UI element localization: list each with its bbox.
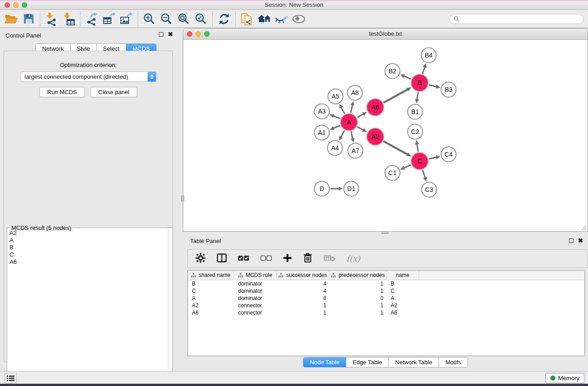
- graph-node-D[interactable]: D: [315, 181, 330, 196]
- zoom-selected-icon[interactable]: [192, 11, 210, 27]
- column-header-predecessor-nodes[interactable]: predecessor nodes: [330, 271, 387, 280]
- column-header-shared-name[interactable]: shared name: [188, 271, 234, 280]
- zoom-network-button[interactable]: [204, 31, 210, 37]
- graph-edge-C-C2[interactable]: [417, 144, 418, 152]
- zoom-in-icon[interactable]: [141, 11, 158, 27]
- create-column-icon[interactable]: [283, 253, 292, 264]
- zoom-window-button[interactable]: [22, 2, 27, 8]
- hide-graphics-details-icon[interactable]: [273, 11, 290, 27]
- tab-network-table[interactable]: Network Table: [388, 357, 439, 367]
- graph-node-A6[interactable]: A6: [367, 99, 384, 116]
- mcds-result-item[interactable]: C: [8, 251, 167, 258]
- graph-edge-C-C4[interactable]: [429, 157, 436, 159]
- graph-edge-B-B4[interactable]: [423, 67, 425, 74]
- tab-edge-table[interactable]: Edge Table: [346, 357, 388, 367]
- open-in-ndex-icon[interactable]: [256, 11, 273, 27]
- deselect-all-rows-icon[interactable]: [260, 255, 272, 263]
- table-row[interactable]: Cdominator41C: [188, 287, 584, 295]
- graph-edge-B-B3[interactable]: [429, 85, 436, 87]
- import-network-icon[interactable]: [43, 11, 60, 27]
- zoom-fit-icon[interactable]: [175, 11, 192, 27]
- open-session-icon[interactable]: [3, 11, 20, 27]
- graph-node-A[interactable]: A: [340, 114, 358, 131]
- network-canvas[interactable]: B4B2BB3B1A5A8A6A3AA1A4A7A2C2CC4C1C3DD1: [183, 40, 588, 231]
- refresh-network-icon[interactable]: [215, 11, 233, 27]
- run-mcds-button[interactable]: Run MCDS: [39, 87, 85, 97]
- resize-grip-icon[interactable]: [580, 224, 587, 230]
- duplicate-network-icon[interactable]: [239, 11, 256, 27]
- show-columns-icon[interactable]: [217, 253, 227, 264]
- minimize-window-button[interactable]: [13, 2, 19, 8]
- graph-node-D1[interactable]: D1: [344, 181, 359, 196]
- column-header-MCDS-role[interactable]: MCDS role: [234, 271, 277, 280]
- graph-edge-A-A1[interactable]: [334, 126, 340, 129]
- graph-edge-A-A8[interactable]: [351, 105, 352, 113]
- float-panel-icon[interactable]: [159, 32, 163, 37]
- mcds-result-scrollbar[interactable]: [168, 229, 172, 381]
- graph-node-A4[interactable]: A4: [328, 141, 343, 156]
- export-table-icon[interactable]: [100, 11, 118, 27]
- vertical-divider-handle[interactable]: [181, 195, 184, 201]
- graph-node-C4[interactable]: C4: [441, 147, 456, 162]
- criterion-dropdown[interactable]: largest connected component (directed): [20, 71, 157, 82]
- graph-node-A3[interactable]: A3: [315, 104, 330, 119]
- graph-edge-C-C3[interactable]: [423, 170, 425, 178]
- graph-node-B4[interactable]: B4: [421, 48, 436, 63]
- graph-edge-A-A2[interactable]: [357, 127, 363, 130]
- zoom-out-icon[interactable]: [158, 11, 175, 27]
- column-header-name[interactable]: name: [387, 271, 419, 280]
- import-table-icon[interactable]: [60, 11, 77, 27]
- graph-node-A7[interactable]: A7: [348, 143, 363, 158]
- mcds-result-item[interactable]: A: [8, 237, 167, 244]
- column-header-successor-nodes[interactable]: successor nodes: [277, 271, 330, 280]
- automation-panel-button[interactable]: [5, 373, 17, 383]
- graph-edge-A-A4[interactable]: [341, 130, 344, 137]
- table-settings-icon[interactable]: [195, 253, 206, 265]
- table-row[interactable]: Bdominator41B: [188, 280, 584, 287]
- search-input[interactable]: [462, 15, 579, 22]
- graph-node-B[interactable]: B: [411, 74, 428, 91]
- graph-node-C[interactable]: C: [411, 152, 428, 170]
- delete-columns-icon[interactable]: [303, 253, 313, 265]
- mcds-result-list[interactable]: A2ABCA6: [8, 229, 167, 381]
- save-session-icon[interactable]: [20, 11, 37, 27]
- graph-edge-A2-C[interactable]: [383, 141, 407, 154]
- graph-edge-A-A6[interactable]: [357, 114, 363, 118]
- float-table-panel-icon[interactable]: [569, 238, 574, 243]
- table-row[interactable]: A6connector11A6: [188, 309, 584, 316]
- graph-edge-C-C1[interactable]: [404, 165, 411, 168]
- network-window-titlebar[interactable]: testGlobe.txt: [183, 29, 588, 40]
- graph-edge-A-A3[interactable]: [334, 116, 340, 119]
- select-all-rows-icon[interactable]: [238, 255, 249, 263]
- show-graphics-details-icon[interactable]: [290, 11, 307, 27]
- graph-node-C2[interactable]: C2: [408, 124, 423, 139]
- graph-node-A5[interactable]: A5: [328, 89, 343, 104]
- graph-edge-B-B1[interactable]: [417, 92, 418, 100]
- graph-node-C1[interactable]: C1: [385, 166, 400, 181]
- graph-edge-B-B2[interactable]: [404, 76, 411, 79]
- close-window-button[interactable]: [5, 2, 10, 8]
- tab-node-table[interactable]: Node Table: [303, 357, 346, 367]
- close-panel-icon[interactable]: ✖: [168, 32, 173, 37]
- search-box[interactable]: [449, 14, 583, 24]
- table-row[interactable]: A2connector11A2: [188, 302, 584, 309]
- graph-edge-A-A7[interactable]: [351, 131, 353, 138]
- close-panel-button[interactable]: Close panel: [91, 87, 137, 97]
- mcds-result-item[interactable]: A6: [8, 258, 167, 266]
- graph-node-A8[interactable]: A8: [348, 86, 363, 100]
- graph-node-C3[interactable]: C3: [422, 182, 437, 197]
- graph-node-A2[interactable]: A2: [367, 128, 384, 145]
- graph-edge-A6-B[interactable]: [383, 89, 407, 102]
- mcds-result-item[interactable]: A2: [8, 229, 167, 237]
- graph-node-B2[interactable]: B2: [385, 64, 400, 79]
- table-row[interactable]: Adominator80A: [188, 295, 584, 302]
- close-table-panel-icon[interactable]: ✖: [578, 238, 583, 243]
- graph-node-B3[interactable]: B3: [441, 82, 456, 97]
- graph-node-A1[interactable]: A1: [315, 125, 330, 140]
- close-network-button[interactable]: [187, 31, 192, 37]
- export-network-icon[interactable]: [83, 11, 100, 27]
- graph-node-B1[interactable]: B1: [408, 105, 423, 119]
- minimize-network-button[interactable]: [196, 31, 201, 37]
- mcds-result-item[interactable]: B: [8, 244, 167, 251]
- memory-button[interactable]: Memory: [545, 373, 584, 383]
